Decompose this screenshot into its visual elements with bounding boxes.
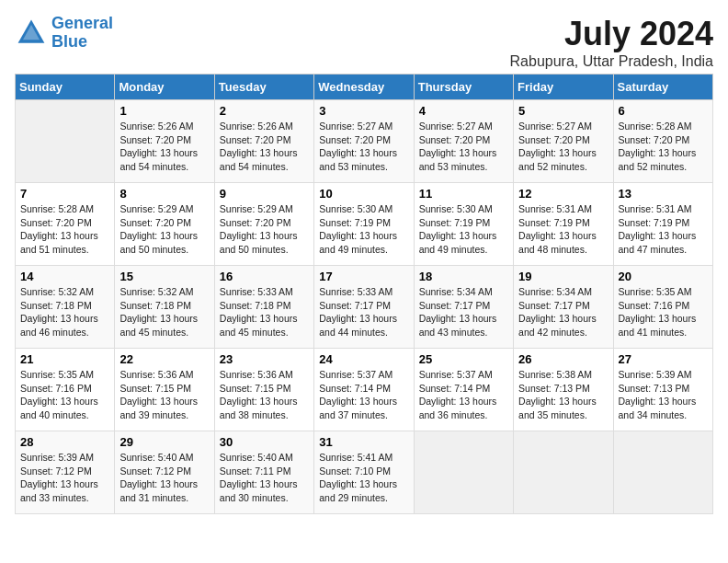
day-info: Sunrise: 5:33 AMSunset: 7:18 PMDaylight:…	[220, 285, 309, 339]
day-number: 29	[119, 435, 209, 449]
day-info: Sunrise: 5:41 AMSunset: 7:10 PMDaylight:…	[319, 451, 408, 505]
title-block: July 2024 Rabupura, Uttar Pradesh, India	[510, 15, 713, 70]
day-number: 17	[319, 270, 408, 283]
calendar-cell: 6Sunrise: 5:28 AMSunset: 7:20 PMDaylight…	[613, 100, 712, 183]
month-year: July 2024	[510, 15, 713, 53]
day-info: Sunrise: 5:36 AMSunset: 7:15 PMDaylight:…	[220, 368, 309, 422]
calendar-week-row: 7Sunrise: 5:28 AMSunset: 7:20 PMDaylight…	[16, 183, 713, 266]
logo-line2: Blue	[51, 32, 87, 51]
location: Rabupura, Uttar Pradesh, India	[510, 53, 713, 70]
day-number: 7	[20, 187, 109, 201]
calendar-cell: 3Sunrise: 5:27 AMSunset: 7:20 PMDaylight…	[314, 100, 414, 183]
day-info: Sunrise: 5:32 AMSunset: 7:18 PMDaylight:…	[20, 285, 109, 339]
calendar-cell: 5Sunrise: 5:27 AMSunset: 7:20 PMDaylight…	[514, 100, 613, 183]
day-number: 8	[119, 187, 209, 201]
day-info: Sunrise: 5:31 AMSunset: 7:19 PMDaylight:…	[619, 202, 708, 257]
calendar-cell: 23Sunrise: 5:36 AMSunset: 7:15 PMDayligh…	[214, 349, 313, 431]
calendar-cell: 29Sunrise: 5:40 AMSunset: 7:12 PMDayligh…	[115, 431, 214, 514]
day-number: 15	[119, 270, 209, 283]
day-number: 16	[220, 270, 309, 283]
header-sunday: Sunday	[16, 75, 115, 100]
day-info: Sunrise: 5:30 AMSunset: 7:19 PMDaylight:…	[319, 202, 408, 257]
day-info: Sunrise: 5:31 AMSunset: 7:19 PMDaylight:…	[518, 202, 608, 257]
day-number: 4	[419, 104, 508, 118]
calendar-week-row: 28Sunrise: 5:39 AMSunset: 7:12 PMDayligh…	[16, 431, 713, 514]
calendar-cell: 19Sunrise: 5:34 AMSunset: 7:17 PMDayligh…	[514, 266, 613, 349]
calendar-week-row: 21Sunrise: 5:35 AMSunset: 7:16 PMDayligh…	[16, 349, 713, 431]
calendar-cell: 18Sunrise: 5:34 AMSunset: 7:17 PMDayligh…	[414, 266, 513, 349]
calendar-cell	[514, 431, 613, 514]
calendar-cell: 31Sunrise: 5:41 AMSunset: 7:10 PMDayligh…	[314, 431, 414, 514]
day-number: 19	[518, 270, 608, 283]
calendar-week-row: 1Sunrise: 5:26 AMSunset: 7:20 PMDaylight…	[16, 100, 713, 183]
day-number: 22	[119, 352, 209, 366]
header-saturday: Saturday	[613, 75, 712, 100]
header-wednesday: Wednesday	[314, 75, 414, 100]
header-monday: Monday	[115, 75, 214, 100]
calendar-cell: 15Sunrise: 5:32 AMSunset: 7:18 PMDayligh…	[115, 266, 214, 349]
day-info: Sunrise: 5:40 AMSunset: 7:12 PMDaylight:…	[119, 451, 209, 505]
day-number: 3	[319, 104, 408, 118]
day-info: Sunrise: 5:38 AMSunset: 7:13 PMDaylight:…	[518, 368, 608, 422]
day-number: 9	[220, 187, 309, 201]
day-info: Sunrise: 5:32 AMSunset: 7:18 PMDaylight:…	[119, 285, 209, 339]
day-info: Sunrise: 5:29 AMSunset: 7:20 PMDaylight:…	[119, 202, 209, 257]
calendar-cell: 12Sunrise: 5:31 AMSunset: 7:19 PMDayligh…	[514, 183, 613, 266]
day-info: Sunrise: 5:28 AMSunset: 7:20 PMDaylight:…	[20, 202, 109, 257]
header-tuesday: Tuesday	[214, 75, 313, 100]
header-friday: Friday	[514, 75, 613, 100]
calendar-cell: 24Sunrise: 5:37 AMSunset: 7:14 PMDayligh…	[314, 349, 414, 431]
day-number: 31	[319, 435, 408, 449]
calendar-cell: 13Sunrise: 5:31 AMSunset: 7:19 PMDayligh…	[613, 183, 712, 266]
calendar-cell: 2Sunrise: 5:26 AMSunset: 7:20 PMDaylight…	[214, 100, 313, 183]
day-number: 10	[319, 187, 408, 201]
day-number: 5	[518, 104, 608, 118]
day-info: Sunrise: 5:35 AMSunset: 7:16 PMDaylight:…	[20, 368, 109, 422]
day-info: Sunrise: 5:26 AMSunset: 7:20 PMDaylight:…	[220, 120, 309, 174]
calendar-cell: 10Sunrise: 5:30 AMSunset: 7:19 PMDayligh…	[314, 183, 414, 266]
day-number: 21	[20, 352, 109, 366]
day-info: Sunrise: 5:37 AMSunset: 7:14 PMDaylight:…	[319, 368, 408, 422]
calendar-cell: 9Sunrise: 5:29 AMSunset: 7:20 PMDaylight…	[214, 183, 313, 266]
day-number: 13	[619, 187, 708, 201]
header-thursday: Thursday	[414, 75, 513, 100]
day-number: 30	[220, 435, 309, 449]
calendar-cell: 25Sunrise: 5:37 AMSunset: 7:14 PMDayligh…	[414, 349, 513, 431]
day-number: 2	[220, 104, 309, 118]
calendar-week-row: 14Sunrise: 5:32 AMSunset: 7:18 PMDayligh…	[16, 266, 713, 349]
day-info: Sunrise: 5:28 AMSunset: 7:20 PMDaylight:…	[619, 120, 708, 174]
day-number: 1	[119, 104, 209, 118]
day-info: Sunrise: 5:34 AMSunset: 7:17 PMDaylight:…	[419, 285, 508, 339]
calendar-cell: 11Sunrise: 5:30 AMSunset: 7:19 PMDayligh…	[414, 183, 513, 266]
logo-text: General Blue	[51, 15, 113, 52]
logo-icon	[15, 17, 48, 50]
day-info: Sunrise: 5:39 AMSunset: 7:12 PMDaylight:…	[20, 451, 109, 505]
day-info: Sunrise: 5:36 AMSunset: 7:15 PMDaylight:…	[119, 368, 209, 422]
calendar-cell: 28Sunrise: 5:39 AMSunset: 7:12 PMDayligh…	[16, 431, 115, 514]
day-number: 23	[220, 352, 309, 366]
day-number: 24	[319, 352, 408, 366]
day-number: 27	[619, 352, 708, 366]
calendar-cell: 27Sunrise: 5:39 AMSunset: 7:13 PMDayligh…	[613, 349, 712, 431]
calendar-cell: 20Sunrise: 5:35 AMSunset: 7:16 PMDayligh…	[613, 266, 712, 349]
day-number: 18	[419, 270, 508, 283]
calendar-cell	[16, 100, 115, 183]
logo-line1: General	[51, 14, 113, 32]
calendar-cell: 17Sunrise: 5:33 AMSunset: 7:17 PMDayligh…	[314, 266, 414, 349]
day-info: Sunrise: 5:27 AMSunset: 7:20 PMDaylight:…	[518, 120, 608, 174]
calendar-cell: 22Sunrise: 5:36 AMSunset: 7:15 PMDayligh…	[115, 349, 214, 431]
calendar-cell: 7Sunrise: 5:28 AMSunset: 7:20 PMDaylight…	[16, 183, 115, 266]
page-header: General Blue July 2024 Rabupura, Uttar P…	[15, 15, 713, 70]
calendar-cell: 21Sunrise: 5:35 AMSunset: 7:16 PMDayligh…	[16, 349, 115, 431]
calendar-cell	[613, 431, 712, 514]
day-number: 11	[419, 187, 508, 201]
day-info: Sunrise: 5:27 AMSunset: 7:20 PMDaylight:…	[419, 120, 508, 174]
day-number: 6	[619, 104, 708, 118]
calendar-cell	[414, 431, 513, 514]
calendar-cell: 30Sunrise: 5:40 AMSunset: 7:11 PMDayligh…	[214, 431, 313, 514]
calendar-cell: 1Sunrise: 5:26 AMSunset: 7:20 PMDaylight…	[115, 100, 214, 183]
calendar-cell: 14Sunrise: 5:32 AMSunset: 7:18 PMDayligh…	[16, 266, 115, 349]
calendar-cell: 8Sunrise: 5:29 AMSunset: 7:20 PMDaylight…	[115, 183, 214, 266]
day-info: Sunrise: 5:33 AMSunset: 7:17 PMDaylight:…	[319, 285, 408, 339]
day-number: 12	[518, 187, 608, 201]
